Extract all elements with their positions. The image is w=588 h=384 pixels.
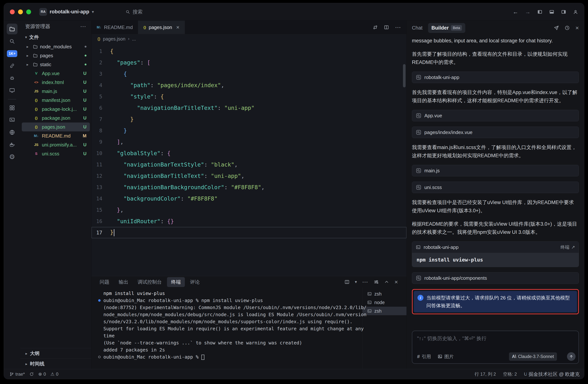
sync-icon[interactable] — [29, 372, 34, 376]
git-branch-item[interactable]: trae* — [9, 372, 25, 377]
tree-file[interactable]: {}package-lock.j...U — [22, 105, 90, 114]
tree-folder[interactable]: ▸static — [22, 60, 90, 69]
editor-tab-pages.json[interactable]: {}pages.json× — [138, 21, 185, 34]
code-line[interactable]: 5 "style": { — [91, 91, 406, 102]
settings-activity-button[interactable]: ⚙ — [7, 151, 18, 162]
warning-count[interactable]: ⚠ 0 — [50, 372, 58, 377]
terminal-output[interactable]: npm install uview-plusoubin@oubin_Mac ro… — [91, 288, 362, 369]
editor-tab-README.md[interactable]: M↓README.md — [91, 21, 138, 34]
tree-file[interactable]: M↓README.mdM — [22, 131, 90, 140]
extensions-activity-button[interactable] — [7, 102, 18, 113]
close-window-button[interactable] — [10, 9, 15, 14]
code-line[interactable]: 14 "backgroundColor": "#F8F8F8" — [91, 193, 406, 204]
nav-forward-button[interactable]: → — [525, 9, 530, 15]
file-chip[interactable]: pages/index/index.vue — [412, 127, 579, 138]
model-selector[interactable]: A\ Claude-3.7-Sonnet — [509, 352, 557, 361]
send-button[interactable] — [567, 352, 576, 361]
tree-folder[interactable]: ▸pages — [22, 51, 90, 60]
toggle-panel-icon[interactable] — [549, 9, 554, 15]
open-changes-icon[interactable] — [373, 25, 378, 30]
panel-maximize-icon[interactable] — [384, 279, 389, 284]
code-line[interactable]: 9 ], — [91, 136, 406, 148]
code-line[interactable]: 12 "navigationBarTitleText": "uni-app", — [91, 170, 406, 182]
file-chip[interactable]: robotalk-uni-app/components — [412, 272, 579, 284]
terminal-session-node[interactable]: node — [362, 298, 406, 307]
share-chat-icon[interactable] — [554, 25, 559, 30]
panel-tab-输出[interactable]: 输出 — [115, 277, 132, 287]
tree-file[interactable]: {}package.jsonU — [22, 114, 90, 122]
changes-activity-button[interactable]: 1K+ — [7, 48, 18, 59]
panel-tab-终端[interactable]: 终端 — [167, 277, 185, 287]
file-chip[interactable]: uni.scss — [412, 182, 579, 193]
nav-back-button[interactable]: ← — [513, 9, 518, 15]
code-line[interactable]: 8 } — [91, 125, 406, 136]
status-item[interactable]: 空格: 2 — [503, 371, 517, 377]
status-item[interactable]: 行 17, 列 2 — [475, 371, 496, 377]
editor-scrollbar[interactable] — [403, 64, 406, 87]
code-line[interactable]: 10 "globalStyle": { — [91, 148, 406, 159]
code-line[interactable]: 17} — [91, 227, 406, 238]
code-line[interactable]: 4 "path": "pages/index/index", — [91, 80, 406, 91]
file-chip[interactable]: main.js — [412, 165, 579, 176]
panel-tab-问题[interactable]: 问题 — [96, 277, 113, 287]
panel-close-icon[interactable]: × — [394, 279, 398, 285]
toggle-right-sidebar-icon[interactable] — [561, 9, 566, 15]
minimize-window-button[interactable] — [18, 9, 23, 14]
explorer-activity-button[interactable] — [7, 24, 18, 34]
terminal-session-zsh[interactable]: zsh — [362, 307, 406, 315]
tree-file[interactable]: VApp.vueU — [22, 69, 90, 78]
open-terminal-link[interactable]: 终端↗ — [561, 243, 575, 251]
tree-folder[interactable]: ▸node_modules — [22, 42, 90, 51]
tree-file[interactable]: JSuni.promisify.a...U — [22, 140, 90, 149]
code-editor[interactable]: 1{2 "pages": [3 {4 "path": "pages/index/… — [91, 44, 406, 276]
close-tab-icon[interactable]: × — [176, 24, 179, 30]
timeline-section[interactable]: ▸ 时间线 — [20, 359, 91, 369]
code-line[interactable]: 2 "pages": [ — [91, 57, 406, 68]
history-icon[interactable] — [565, 25, 570, 30]
editor-more-icon[interactable]: ⋯ — [395, 24, 401, 31]
tree-file[interactable]: {}pages.jsonU — [22, 122, 90, 131]
outline-section[interactable]: ▸ 大纲 — [20, 348, 91, 359]
reference-button[interactable]: # 引用 — [417, 354, 431, 360]
tree-file[interactable]: {}manifest.jsonU — [22, 96, 90, 105]
code-line[interactable]: 16 "uniIdRouter": {} — [91, 216, 406, 227]
tree-file[interactable]: <>index.htmlU — [22, 78, 90, 87]
account-icon[interactable] — [573, 9, 578, 15]
project-switcher[interactable]: RA robotalk-uni-app ▾ — [39, 8, 94, 16]
panel-tab-调试控制台[interactable]: 调试控制台 — [133, 277, 166, 287]
panel-tab-评论[interactable]: 评论 — [186, 277, 204, 287]
chevron-down-icon[interactable]: ▾ — [355, 280, 357, 284]
zoom-window-button[interactable] — [26, 9, 31, 14]
breadcrumb[interactable]: {} pages.json › ... — [91, 34, 406, 44]
docker-activity-button[interactable] — [7, 139, 18, 150]
files-section-header[interactable]: ▾ 文件 — [20, 32, 91, 42]
code-line[interactable]: 6 "navigationBarTitleText": "uni-app" — [91, 102, 406, 114]
code-line[interactable]: 1{ — [91, 45, 406, 57]
remote-activity-button[interactable] — [7, 85, 18, 96]
tree-file[interactable]: Suni.scssU — [22, 149, 90, 158]
global-search[interactable]: 搜索 — [126, 9, 143, 15]
search-activity-button[interactable] — [7, 36, 18, 47]
tab-builder[interactable]: Builder Beta — [428, 23, 465, 33]
file-chip[interactable]: App.vue — [412, 110, 579, 121]
code-line[interactable]: 13 "navigationBarBackgroundColor": "#F8F… — [91, 182, 406, 193]
panel-layout-icon[interactable] — [344, 279, 350, 284]
image-button[interactable]: 图片 — [438, 354, 454, 360]
split-editor-icon[interactable] — [384, 25, 389, 30]
link-activity-button[interactable] — [7, 61, 18, 71]
explorer-more-icon[interactable]: ⋯ — [80, 23, 86, 30]
file-chip[interactable]: robotalk-uni-app — [412, 72, 579, 83]
chat-input[interactable]: "↑↓" 切换历史输入，"⌘⏎" 换行 # 引用 图片 A\ Claude-3 — [412, 331, 579, 364]
panel-filter-icon[interactable] — [374, 279, 379, 284]
remote-explorer-activity-button[interactable] — [7, 115, 18, 125]
panel-more-icon[interactable]: ⋯ — [362, 278, 368, 285]
tree-file[interactable]: JSmain.jsU — [22, 87, 90, 96]
error-count[interactable]: ⊗ 0 — [38, 372, 46, 377]
toggle-left-sidebar-icon[interactable] — [537, 9, 543, 15]
code-line[interactable]: 15 }, — [91, 204, 406, 216]
debug-activity-button[interactable] — [7, 73, 18, 83]
code-line[interactable]: 3 { — [91, 68, 406, 80]
code-line[interactable]: 7 } — [91, 114, 406, 125]
web-activity-button[interactable] — [7, 127, 18, 138]
tab-chat[interactable]: Chat — [412, 25, 422, 31]
